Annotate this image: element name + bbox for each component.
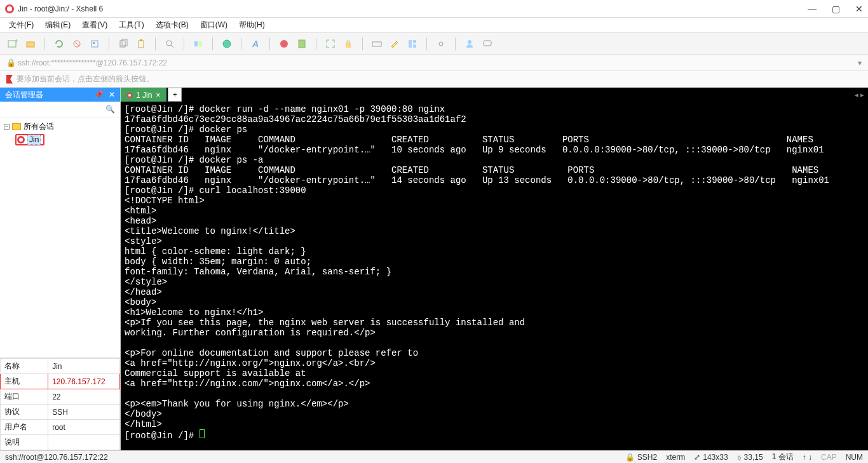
new-session-icon[interactable]: + bbox=[6, 37, 19, 50]
separator bbox=[426, 37, 427, 50]
properties-icon[interactable] bbox=[88, 37, 101, 50]
menu-bar: 文件(F) 编辑(E) 查看(V) 工具(T) 选项卡(B) 窗口(W) 帮助(… bbox=[0, 18, 868, 33]
search-icon[interactable]: 🔍 bbox=[102, 105, 119, 114]
address-text[interactable]: ssh://root:***************@120.76.157.17… bbox=[18, 58, 167, 67]
menu-edit[interactable]: 编辑(E) bbox=[45, 20, 71, 30]
keyboard-icon[interactable] bbox=[370, 37, 383, 50]
status-size: 143x33 bbox=[703, 453, 728, 462]
highlight-icon[interactable] bbox=[388, 37, 401, 50]
separator bbox=[212, 37, 213, 50]
title-bar: Jin - root@Jin:/ - Xshell 6 — ▢ ✕ bbox=[0, 0, 868, 18]
paste-icon[interactable] bbox=[135, 37, 147, 50]
menu-help[interactable]: 帮助(H) bbox=[239, 20, 265, 30]
transfer-icon[interactable] bbox=[192, 37, 205, 50]
status-address: ssh://root@120.76.157.172:22 bbox=[5, 453, 108, 462]
svg-rect-14 bbox=[299, 40, 305, 48]
svg-rect-19 bbox=[413, 44, 416, 48]
svg-rect-11 bbox=[194, 41, 198, 46]
hint-text: 要添加当前会话，点击左侧的箭头按钮。 bbox=[17, 74, 154, 84]
svg-point-10 bbox=[166, 41, 172, 46]
tree-session-jin[interactable]: Jin bbox=[15, 134, 44, 145]
minimize-button[interactable]: — bbox=[808, 4, 817, 14]
reconnect-icon[interactable] bbox=[53, 37, 65, 50]
copy-icon[interactable] bbox=[117, 37, 130, 50]
globe-icon[interactable] bbox=[220, 37, 233, 50]
svg-text:+: + bbox=[14, 39, 18, 46]
menu-view[interactable]: 查看(V) bbox=[82, 20, 107, 30]
separator bbox=[316, 37, 316, 50]
user-icon[interactable] bbox=[463, 37, 476, 50]
disconnect-icon[interactable] bbox=[71, 37, 83, 50]
tab-jin[interactable]: 1 Jin × bbox=[121, 88, 166, 102]
cursor-icon: ⎀ bbox=[737, 453, 742, 462]
sidebar-search: 🔍 bbox=[0, 102, 120, 117]
flag-icon bbox=[6, 75, 13, 84]
svg-point-20 bbox=[468, 40, 471, 44]
separator bbox=[241, 37, 241, 50]
tab-strip: 1 Jin × + ◂ ▸ bbox=[121, 88, 868, 102]
properties-panel: 名称Jin 主机120.76.157.172 端口22 协议SSH 用户名roo… bbox=[0, 358, 120, 450]
fullscreen-icon[interactable] bbox=[324, 37, 337, 50]
sidebar-close-icon[interactable]: ✕ bbox=[109, 90, 115, 99]
svg-rect-21 bbox=[484, 41, 491, 46]
script-icon[interactable] bbox=[295, 37, 308, 50]
record-icon[interactable] bbox=[278, 37, 290, 50]
close-button[interactable]: ✕ bbox=[855, 4, 863, 14]
menu-file[interactable]: 文件(F) bbox=[9, 20, 34, 30]
status-cap: CAP bbox=[821, 453, 837, 462]
prop-row-host: 主机120.76.157.172 bbox=[1, 374, 120, 389]
main-area: 会话管理器 📌 ✕ 🔍 − 所有会话 Jin bbox=[0, 88, 868, 450]
chat-icon[interactable] bbox=[481, 37, 494, 50]
menu-window[interactable]: 窗口(W) bbox=[200, 20, 227, 30]
terminal-pane: 1 Jin × + ◂ ▸ [root@Jin /]# docker run -… bbox=[121, 88, 868, 450]
sidebar-title: 会话管理器 bbox=[5, 90, 43, 100]
terminal[interactable]: [root@Jin /]# docker run -d --name nginx… bbox=[121, 102, 868, 450]
separator bbox=[44, 37, 45, 50]
app-icon bbox=[5, 4, 14, 13]
lock-icon[interactable] bbox=[342, 37, 355, 50]
search-input[interactable] bbox=[1, 103, 102, 116]
status-pos: 33,15 bbox=[744, 453, 763, 462]
prop-row-proto: 协议SSH bbox=[1, 405, 120, 420]
pin-icon[interactable]: 📌 bbox=[94, 90, 104, 99]
window-title: Jin - root@Jin:/ - Xshell 6 bbox=[18, 4, 103, 13]
svg-rect-5 bbox=[93, 42, 95, 44]
prop-row-desc: 说明 bbox=[1, 435, 120, 450]
folder-icon bbox=[12, 123, 21, 130]
separator bbox=[455, 37, 456, 50]
layout-icon[interactable] bbox=[406, 37, 419, 50]
sidebar-header: 会话管理器 📌 ✕ bbox=[0, 88, 120, 102]
svg-rect-9 bbox=[140, 39, 142, 41]
status-lock-icon: 🔒 bbox=[625, 453, 635, 462]
tree-root-label: 所有会话 bbox=[24, 121, 54, 132]
window-controls: — ▢ ✕ bbox=[808, 4, 863, 14]
status-term: xterm bbox=[666, 453, 685, 462]
tree-root[interactable]: − 所有会话 bbox=[4, 120, 116, 133]
status-ssh: SSH2 bbox=[637, 453, 657, 462]
tree-session-label: Jin bbox=[27, 135, 41, 145]
menu-tools[interactable]: 工具(T) bbox=[119, 20, 144, 30]
tab-close-icon[interactable]: × bbox=[156, 91, 160, 100]
font-icon[interactable]: A bbox=[249, 37, 262, 50]
link-icon[interactable] bbox=[435, 37, 447, 50]
open-icon[interactable] bbox=[24, 37, 37, 50]
collapse-icon[interactable]: − bbox=[4, 124, 10, 130]
svg-rect-17 bbox=[409, 40, 412, 48]
status-bar: ssh://root@120.76.157.172:22 🔒SSH2 xterm… bbox=[0, 450, 868, 463]
session-tree[interactable]: − 所有会话 Jin bbox=[0, 117, 120, 358]
svg-point-13 bbox=[223, 40, 231, 48]
svg-rect-8 bbox=[139, 41, 144, 48]
menu-tabs[interactable]: 选项卡(B) bbox=[156, 20, 189, 30]
svg-rect-18 bbox=[413, 40, 416, 43]
maximize-button[interactable]: ▢ bbox=[832, 4, 840, 14]
separator bbox=[362, 37, 363, 50]
svg-rect-15 bbox=[346, 43, 351, 48]
add-tab-button[interactable]: + bbox=[168, 88, 182, 102]
address-bar: 🔒 ssh://root:***************@120.76.157.… bbox=[0, 55, 868, 71]
address-dropdown-icon[interactable]: ▾ bbox=[858, 58, 862, 67]
tab-nav[interactable]: ◂ ▸ bbox=[851, 88, 868, 102]
status-traffic: ↑ ↓ bbox=[803, 453, 812, 462]
toolbar: + A bbox=[0, 33, 868, 55]
prop-row-user: 用户名root bbox=[1, 420, 120, 435]
search-icon[interactable] bbox=[163, 37, 176, 50]
